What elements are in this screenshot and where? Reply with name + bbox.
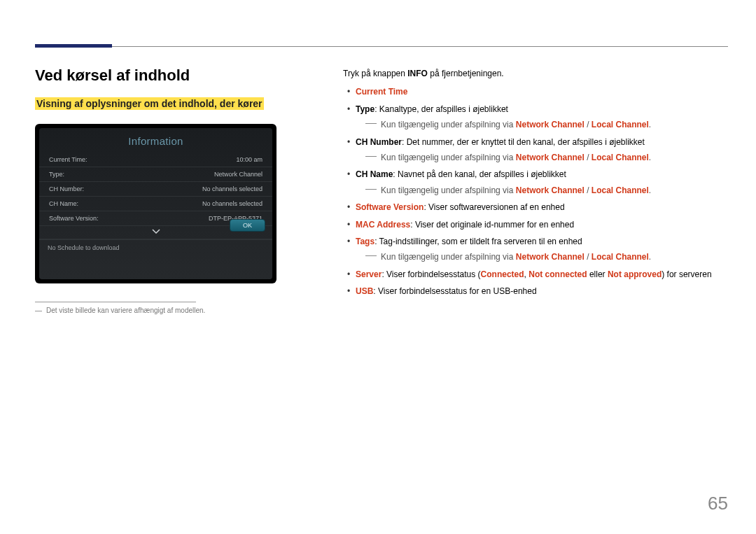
header-accent-bar — [35, 44, 112, 48]
information-panel-inner: Information Current Time: 10:00 am Type:… — [39, 128, 272, 279]
item-ch-name: CH Name: Navnet på den kanal, der afspil… — [346, 167, 728, 197]
panel-row-ch-number: CH Number: No channels selected — [39, 182, 272, 197]
subnote-text: Kun tilgængelig under afspilning via Net… — [381, 150, 651, 164]
footnote-dash: ― — [35, 307, 42, 314]
panel-row-label: Type: — [49, 171, 64, 178]
page-number: 65 — [708, 493, 728, 514]
panel-row-ch-name: CH Name: No channels selected — [39, 197, 272, 211]
avail-lc: Local Channel — [592, 120, 649, 129]
footnote: ― Det viste billede kan variere afhængig… — [35, 307, 315, 314]
avail-lc: Local Channel — [592, 153, 649, 162]
avail-lc: Local Channel — [592, 252, 649, 262]
avail-sep: / — [584, 153, 592, 162]
ch-name-desc: : Navnet på den kanal, der afspilles i ø… — [393, 169, 566, 179]
avail-nc: Network Channel — [516, 153, 584, 162]
subnote-text: Kun tilgængelig under afspilning via Net… — [381, 250, 651, 264]
avail-sep: / — [584, 252, 592, 262]
panel-row-label: Current Time: — [49, 156, 88, 163]
section-subheading: Visning af oplysninger om det indhold, d… — [35, 97, 264, 110]
type-label: Type — [356, 104, 374, 114]
left-column: Ved kørsel af indhold Visning af oplysni… — [35, 66, 315, 314]
subnote-dash-icon — [365, 123, 377, 124]
subnote-text: Kun tilgængelig under afspilning via Net… — [381, 183, 651, 197]
server-connected: Connected — [481, 269, 524, 279]
avail-lc: Local Channel — [592, 185, 649, 195]
panel-title: Information — [39, 128, 272, 153]
avail-pre: Kun tilgængelig under afspilning via — [381, 185, 516, 195]
server-not-approved: Not approved — [608, 269, 662, 279]
ch-number-desc: : Det nummer, der er knyttet til den kan… — [402, 137, 645, 147]
item-usb: USB: Viser forbindelsesstatus for en USB… — [346, 284, 728, 298]
subnote-text: Kun tilgængelig under afspilning via Net… — [381, 118, 651, 132]
usb-label: USB — [356, 286, 373, 296]
avail-period: . — [649, 153, 651, 162]
page-title: Ved kørsel af indhold — [35, 66, 315, 85]
server-pre: : Viser forbindelsesstatus ( — [382, 269, 480, 279]
tags-desc: : Tag-indstillinger, som er tildelt fra … — [374, 237, 582, 246]
item-tags: Tags: Tag-indstillinger, som er tildelt … — [346, 234, 728, 265]
chevron-down-icon — [152, 229, 160, 236]
sw-label: Software Version — [356, 202, 424, 212]
panel-row-label: CH Name: — [49, 200, 78, 207]
server-post: ) for serveren — [662, 269, 711, 279]
sw-desc: : Viser softwareversionen af en enhed — [424, 202, 564, 212]
type-desc: : Kanaltype, der afspilles i øjeblikket — [374, 104, 508, 114]
avail-pre: Kun tilgængelig under afspilning via — [381, 120, 516, 129]
information-panel: Information Current Time: 10:00 am Type:… — [35, 124, 276, 283]
avail-pre: Kun tilgængelig under afspilning via — [381, 153, 516, 162]
panel-row-value: No channels selected — [202, 185, 262, 192]
item-ch-number: CH Number: Det nummer, der er knyttet ti… — [346, 135, 728, 165]
server-label: Server — [356, 269, 382, 279]
ch-name-subnote: Kun tilgængelig under afspilning via Net… — [356, 183, 728, 197]
panel-row-label: Software Version: — [49, 215, 99, 222]
usb-desc: : Viser forbindelsesstatus for en USB-en… — [373, 286, 536, 296]
panel-row-current-time: Current Time: 10:00 am — [39, 153, 272, 167]
subnote-dash-icon — [365, 156, 377, 157]
current-time-label: Current Time — [356, 87, 407, 97]
ch-name-label: CH Name — [356, 169, 393, 179]
mac-label: MAC Address — [356, 220, 410, 230]
server-or: eller — [587, 269, 608, 279]
header-divider — [112, 46, 728, 47]
ok-button[interactable]: OK — [230, 219, 265, 232]
footnote-text: Det viste billede kan variere afhængigt … — [46, 307, 205, 314]
subnote-dash-icon — [365, 255, 377, 256]
type-subnote: Kun tilgængelig under afspilning via Net… — [356, 118, 728, 132]
item-current-time: Current Time — [346, 85, 728, 99]
intro-pre: Tryk på knappen — [343, 69, 407, 78]
mac-desc: : Viser det originale id-nummer for en e… — [410, 220, 574, 230]
panel-schedule-text: No Schedule to download — [48, 244, 120, 251]
item-type: Type: Kanaltype, der afspilles i øjeblik… — [346, 102, 728, 132]
avail-sep: / — [584, 185, 592, 195]
item-mac-address: MAC Address: Viser det originale id-numm… — [346, 218, 728, 232]
avail-sep: / — [584, 120, 592, 129]
panel-row-value: 10:00 am — [236, 156, 262, 163]
avail-period: . — [649, 185, 651, 195]
intro-post: på fjernbetjeningen. — [428, 69, 504, 78]
panel-row-value: Network Channel — [214, 171, 262, 178]
subnote-dash-icon — [365, 189, 377, 190]
avail-period: . — [649, 252, 651, 262]
intro-text: Tryk på knappen INFO på fjernbetjeningen… — [343, 66, 728, 80]
item-software-version: Software Version: Viser softwareversione… — [346, 200, 728, 214]
footnote-divider — [35, 302, 196, 302]
page-content: Ved kørsel af indhold Visning af oplysni… — [35, 66, 728, 314]
intro-bold: INFO — [407, 69, 428, 78]
right-column: Tryk på knappen INFO på fjernbetjeningen… — [343, 66, 728, 314]
avail-period: . — [649, 120, 651, 129]
item-server: Server: Viser forbindelsesstatus (Connec… — [346, 267, 728, 281]
tags-subnote: Kun tilgængelig under afspilning via Net… — [356, 250, 728, 264]
avail-nc: Network Channel — [516, 252, 584, 262]
panel-row-label: CH Number: — [49, 185, 84, 192]
info-list: Current Time Type: Kanaltype, der afspil… — [343, 85, 728, 298]
avail-nc: Network Channel — [516, 120, 584, 129]
tags-label: Tags — [356, 237, 374, 246]
panel-row-type: Type: Network Channel — [39, 167, 272, 182]
ch-number-label: CH Number — [356, 137, 402, 147]
server-not-connected: Not connected — [528, 269, 587, 279]
panel-footer: No Schedule to download OK — [39, 239, 272, 279]
avail-nc: Network Channel — [516, 185, 584, 195]
ch-number-subnote: Kun tilgængelig under afspilning via Net… — [356, 150, 728, 164]
avail-pre: Kun tilgængelig under afspilning via — [381, 252, 516, 262]
panel-row-value: No channels selected — [202, 200, 262, 207]
